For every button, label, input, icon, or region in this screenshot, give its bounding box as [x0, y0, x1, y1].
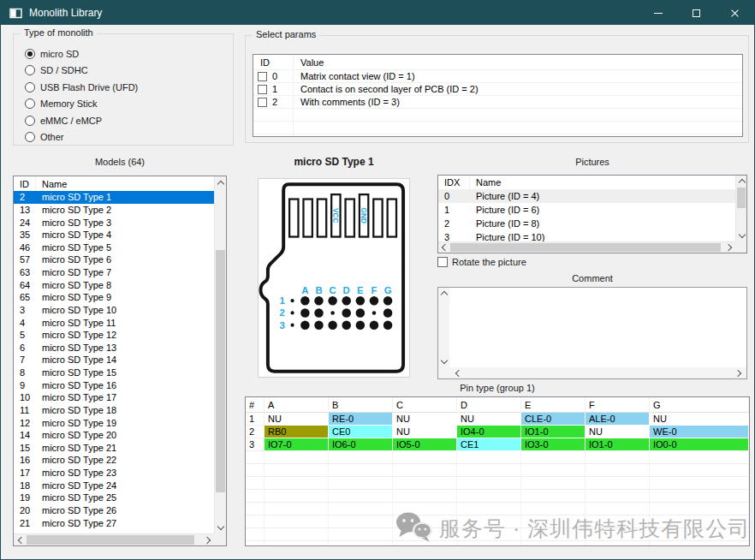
pin-cell[interactable]: IO3-0	[521, 438, 586, 451]
param-checkbox[interactable]	[258, 98, 267, 107]
picture-row[interactable]: 3Picture (ID = 10)	[438, 230, 735, 241]
pin-cell[interactable]: IO6-0	[329, 438, 393, 451]
model-row[interactable]: 46micro SD Type 5	[14, 241, 214, 254]
model-row[interactable]: 9micro SD Type 16	[14, 378, 214, 391]
params-row[interactable]: 1Contact is on second layer of PCB (ID =…	[253, 82, 742, 95]
model-row[interactable]: 15micro SD Type 21	[14, 442, 214, 455]
models-hscroll-thumb[interactable]	[27, 535, 194, 545]
pin-cell[interactable]: IO4-0	[457, 426, 521, 438]
params-row[interactable]: 0Matrix contact view (ID = 1)	[253, 69, 742, 82]
pin-cell[interactable]: NU	[586, 426, 650, 438]
scroll-left-button[interactable]	[14, 534, 26, 545]
model-row[interactable]: 13micro SD Type 2	[14, 204, 214, 217]
pictures-hscroll-thumb[interactable]	[450, 243, 721, 252]
models-column-name[interactable]: Name	[36, 176, 226, 191]
pin-cell[interactable]: ALE-0	[586, 413, 650, 426]
comment-textarea[interactable]	[437, 287, 747, 379]
scroll-down-button[interactable]	[215, 521, 227, 533]
model-row[interactable]: 35micro SD Type 4	[14, 229, 214, 241]
model-row[interactable]: 11micro SD Type 18	[14, 404, 214, 417]
model-row[interactable]: 7micro SD Type 14	[14, 354, 214, 366]
pictures-vertical-scrollbar[interactable]	[735, 176, 746, 241]
models-vertical-scrollbar[interactable]	[214, 176, 226, 533]
pin-cell[interactable]: NU	[457, 413, 521, 426]
pin-cell[interactable]: NU	[393, 426, 457, 438]
picture-row[interactable]: 2Picture (ID = 8)	[438, 217, 735, 230]
scroll-down-button[interactable]	[438, 356, 449, 367]
picture-row[interactable]: 0Picture (ID = 4)	[438, 189, 735, 203]
scroll-up-button[interactable]	[438, 288, 449, 299]
model-row[interactable]: 20micro SD Type 26	[14, 504, 214, 517]
model-row[interactable]: 12micro SD Type 19	[14, 416, 214, 429]
scroll-right-button[interactable]	[724, 242, 735, 253]
model-row[interactable]: 3micro SD Type 10	[14, 304, 214, 317]
param-checkbox[interactable]	[258, 72, 267, 81]
model-row[interactable]: 8micro SD Type 15	[14, 366, 214, 379]
models-column-id[interactable]: ID	[14, 176, 36, 191]
pin-type-table: #ABCDEFG 1NURE-0NUNUCLE-0ALE-0NU2RB0CE0N…	[245, 396, 750, 546]
comment-horizontal-scrollbar[interactable]	[438, 367, 746, 378]
params-column-value[interactable]: Value	[294, 55, 742, 69]
scroll-up-button[interactable]	[736, 176, 747, 187]
params-cell-value: Contact is on second layer of PCB (ID = …	[294, 83, 742, 95]
picture-row[interactable]: 1Picture (ID = 6)	[438, 203, 735, 217]
pin-cell[interactable]: IO1-0	[586, 438, 650, 451]
pin-cell[interactable]: WE-0	[650, 426, 749, 438]
model-row[interactable]: 63micro SD Type 7	[14, 266, 214, 279]
model-row[interactable]: 16micro SD Type 22	[14, 454, 214, 467]
radio-usb-flash-drive-ufd[interactable]: USB Flash Drive (UFD)	[25, 81, 138, 92]
rotate-picture-checkbox[interactable]: Rotate the picture	[437, 257, 526, 267]
model-row[interactable]: 24micro SD Type 3	[14, 216, 214, 229]
pin-cell[interactable]: NU	[265, 413, 329, 426]
pin-cell[interactable]: RB0	[265, 426, 329, 438]
pin-cell[interactable]: IO0-0	[650, 438, 749, 451]
model-row[interactable]: 4micro SD Type 11	[14, 316, 214, 329]
pin-cell[interactable]: CE0	[329, 426, 393, 438]
pictures-column-name[interactable]: Name	[470, 176, 746, 189]
model-row[interactable]: 19micro SD Type 25	[14, 491, 214, 504]
scroll-up-button[interactable]	[215, 176, 227, 188]
model-row[interactable]: 18micro SD Type 24	[14, 479, 214, 491]
radio-sd-sdhc[interactable]: SD / SDHC	[25, 65, 138, 76]
model-id: 3	[14, 304, 36, 317]
minimize-button[interactable]	[639, 1, 677, 25]
param-checkbox[interactable]	[258, 85, 267, 94]
model-row[interactable]: 2micro SD Type 1	[14, 191, 214, 204]
models-vscroll-thumb[interactable]	[216, 250, 225, 492]
model-row[interactable]: 64micro SD Type 8	[14, 278, 214, 291]
params-column-id[interactable]: ID	[253, 55, 294, 69]
pictures-column-idx[interactable]: IDX	[438, 176, 470, 189]
pin-cell[interactable]: IO1-0	[521, 426, 586, 438]
pin-cell[interactable]: CE1	[457, 438, 521, 451]
scroll-down-button[interactable]	[736, 230, 747, 241]
models-horizontal-scrollbar[interactable]	[14, 533, 214, 545]
model-row[interactable]: 57micro SD Type 6	[14, 253, 214, 266]
radio-other[interactable]: Other	[25, 132, 138, 143]
pin-cell[interactable]: IO5-0	[393, 438, 457, 451]
pin-column-C: C	[393, 397, 457, 413]
close-button[interactable]	[716, 1, 754, 25]
model-row[interactable]: 10micro SD Type 17	[14, 391, 214, 404]
model-row[interactable]: 14micro SD Type 20	[14, 429, 214, 442]
pin-cell[interactable]: RE-0	[329, 413, 393, 426]
pin-cell[interactable]: NU	[650, 413, 749, 426]
model-row[interactable]: 21micro SD Type 27	[14, 516, 214, 529]
scroll-right-button[interactable]	[202, 534, 214, 545]
model-row[interactable]: 5micro SD Type 12	[14, 329, 214, 342]
pin-cell[interactable]: NU	[393, 413, 457, 426]
scroll-left-button[interactable]	[438, 242, 449, 253]
radio-micro-sd[interactable]: micro SD	[25, 48, 138, 59]
pictures-vscroll-thumb[interactable]	[737, 188, 746, 208]
model-row[interactable]: 17micro SD Type 23	[14, 467, 214, 480]
comment-vertical-scrollbar[interactable]	[438, 288, 449, 367]
pictures-horizontal-scrollbar[interactable]	[438, 241, 735, 253]
radio-emmc-emcp[interactable]: eMMC / eMCP	[25, 115, 138, 126]
radio-memory-stick[interactable]: Memory Stick	[25, 98, 138, 110]
model-name: micro SD Type 26	[36, 504, 214, 517]
pin-cell[interactable]: CLE-0	[521, 413, 586, 426]
model-row[interactable]: 65micro SD Type 9	[14, 291, 214, 304]
model-row[interactable]: 6micro SD Type 13	[14, 342, 214, 354]
pin-cell[interactable]: IO7-0	[265, 438, 329, 451]
maximize-button[interactable]	[677, 1, 716, 25]
params-row[interactable]: 2With comments (ID = 3)	[253, 95, 742, 108]
